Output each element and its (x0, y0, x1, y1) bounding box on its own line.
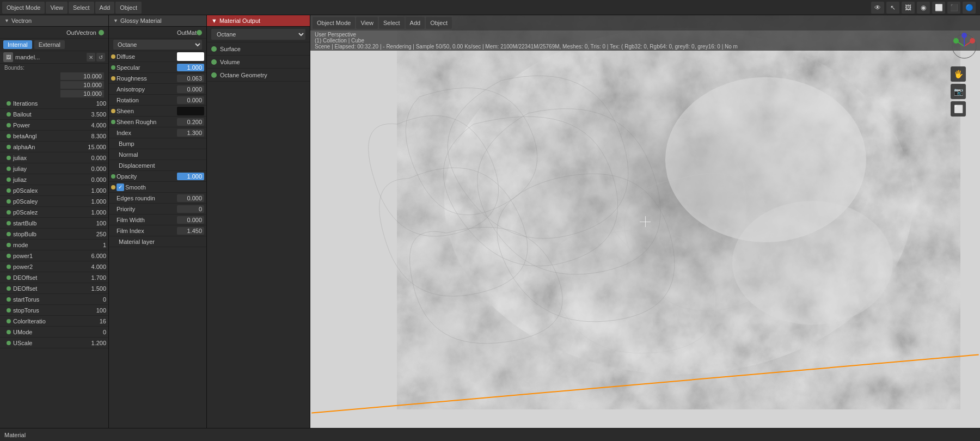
mat-color-box[interactable] (177, 52, 204, 61)
main-area: ▼ Vectron OutVectron Internal External 🖼… (0, 15, 980, 428)
vp-camera-icon-btn[interactable]: 📷 (951, 84, 966, 99)
vectron-param-row: juliaz 0.000 (0, 174, 108, 185)
mat-label: Specular (117, 64, 176, 71)
mat-outputs: Surface Volume Octane Geometry (207, 42, 310, 82)
overlay-btn[interactable]: ◉ (917, 2, 930, 14)
octane-select-wide[interactable]: Octane (211, 29, 305, 40)
vectron-param-row: mode 1 (0, 240, 108, 250)
bounds-input-2[interactable] (60, 81, 104, 89)
param-name: ColorIteratio (13, 318, 79, 324)
internal-button[interactable]: Internal (3, 40, 32, 49)
param-dot (7, 177, 11, 182)
vp-grid-icon-btn[interactable]: ⬜ (951, 101, 966, 117)
mat-section-label: Normal (117, 151, 204, 158)
view-button[interactable]: View (46, 2, 68, 14)
glossy-field-row: Film Width 0.000 (109, 215, 206, 225)
mat-label: Anisotropy (117, 86, 176, 93)
viewport-status: Scene | Elapsed: 00:32.20 | - Rendering … (315, 44, 976, 50)
vp-add-btn[interactable]: Add (406, 17, 425, 29)
solid-btn[interactable]: ⬛ (947, 2, 960, 14)
mat-value-box[interactable]: 0.200 (177, 118, 204, 126)
glossy-field-row: Normal (109, 149, 206, 160)
mode-button[interactable]: Object Mode (2, 2, 45, 14)
vectron-param-row: startBulb 100 (0, 218, 108, 229)
vp-view-btn[interactable]: View (356, 17, 378, 29)
mat-section-label: Material layer (117, 238, 204, 245)
object-button[interactable]: Object (115, 2, 142, 14)
mat-value-box[interactable]: 1.000 (177, 64, 204, 71)
out-mat-label: OutMat (177, 29, 197, 36)
checkbox-icon[interactable]: ✓ (117, 183, 124, 191)
glossy-collapse-triangle: ▼ (113, 18, 118, 23)
mandel-icon: 🖼 (3, 52, 13, 62)
vectron-param-row: Iterations 100 (0, 98, 108, 109)
render-preview-btn[interactable]: 🔵 (963, 2, 976, 14)
vp-select-btn[interactable]: Select (379, 17, 405, 29)
out-mat-dot (197, 30, 202, 35)
select-button[interactable]: Select (69, 2, 94, 14)
mat-label: Film Index (117, 228, 176, 234)
mandel-refresh-btn[interactable]: ↺ (96, 53, 105, 62)
param-dot (7, 308, 11, 313)
wire-btn[interactable]: ⬜ (932, 2, 945, 14)
glossy-field-row: Rotation 0.000 (109, 95, 206, 106)
svg-point-3 (732, 201, 893, 324)
mat-value-box[interactable]: 0 (177, 205, 204, 213)
mat-value-box[interactable]: 0.000 (177, 194, 204, 202)
mat-label: Sheen Roughn (117, 119, 176, 125)
vectron-param-row: p0Scalex 1.000 (0, 185, 108, 196)
param-dot (7, 210, 11, 215)
add-button[interactable]: Add (95, 2, 115, 14)
glossy-field-row: Film Index 1.450 (109, 225, 206, 236)
mandel-remove-btn[interactable]: ✕ (87, 53, 95, 62)
param-value: 0.000 (79, 166, 106, 172)
param-value: 8.300 (79, 133, 106, 139)
mat-dot (111, 185, 115, 189)
mat-value-box[interactable]: 0.000 (177, 216, 204, 224)
top-bar: Object Mode View Select Add Object 👁 ↖ 🖼… (0, 0, 980, 15)
param-value: 1.000 (79, 198, 106, 205)
cursor-icon-btn[interactable]: ↖ (886, 2, 899, 14)
node-panels-wrapper: ▼ Vectron OutVectron Internal External 🖼… (0, 15, 310, 428)
bounds-value-3 (0, 89, 108, 98)
vectron-title: Vectron (11, 17, 32, 24)
param-name: startBulb (13, 220, 79, 226)
param-name: p0Scaley (13, 198, 79, 205)
external-button[interactable]: External (34, 40, 65, 49)
mat-dot (111, 120, 115, 124)
glossy-field-row: Anisotropy 0.000 (109, 84, 206, 95)
mat-value-box[interactable]: 0.000 (177, 85, 204, 93)
mat-color-box[interactable] (177, 107, 204, 115)
param-name: p0Scalex (13, 187, 79, 194)
vectron-header: ▼ Vectron (0, 15, 108, 27)
glossy-field-row: Index 1.300 (109, 127, 206, 138)
bounds-value-2 (0, 81, 108, 89)
glossy-header: ▼ Glossy Material (109, 15, 206, 27)
octane-select[interactable]: Octane (113, 40, 202, 50)
vp-object-btn[interactable]: Object (426, 17, 452, 29)
glossy-field-row: Opacity 1.000 (109, 171, 206, 182)
vectron-param-row: alphaAn 15.000 (0, 142, 108, 152)
vp-mode-btn[interactable]: Object Mode (313, 17, 355, 29)
vp-hand-icon-btn[interactable]: 🖐 (951, 66, 966, 82)
param-dot (7, 134, 11, 138)
mat-value-box[interactable]: 0.000 (177, 96, 204, 104)
mat-output-triangle: ▼ (211, 17, 217, 24)
bounds-input-3[interactable] (60, 90, 104, 97)
vectron-param-row: UMode 0 (0, 327, 108, 338)
render-icon-btn[interactable]: 🖼 (902, 2, 915, 14)
mat-value-box[interactable]: 1.000 (177, 173, 204, 180)
param-name: UMode (13, 329, 79, 335)
mandel-name: mandel... (15, 54, 84, 60)
param-name: p0Scalez (13, 209, 79, 216)
param-value: 4.000 (79, 122, 106, 128)
mat-dot (111, 76, 115, 81)
eye-icon-btn[interactable]: 👁 (871, 2, 884, 14)
vectron-param-row: UScale 1.200 (0, 338, 108, 348)
mat-value-box[interactable]: 1.300 (177, 129, 204, 137)
bounds-input-1[interactable] (60, 72, 104, 80)
mat-value-box[interactable]: 1.450 (177, 227, 204, 235)
glossy-field-row: Roughness 0.063 (109, 73, 206, 84)
param-value: 0 (79, 329, 106, 335)
mat-value-box[interactable]: 0.063 (177, 75, 204, 82)
